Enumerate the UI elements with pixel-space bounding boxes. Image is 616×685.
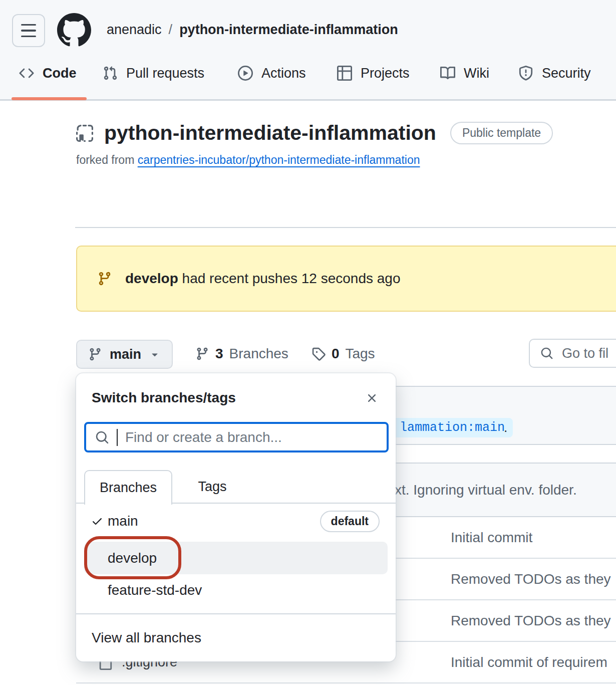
branch-name: develop [108,550,157,566]
tab-pull-requests[interactable]: Pull requests [103,62,204,84]
breadcrumb-repo[interactable]: python-intermediate-inflammation [179,22,398,38]
banner-branch-name: develop [125,271,178,286]
branch-search-placeholder: Find or create a branch... [125,429,282,445]
view-all-branches-link[interactable]: View all branches [92,626,201,649]
tab-label: Projects [361,66,410,81]
go-to-file-input[interactable]: Go to fil [529,339,616,368]
tab-label: Pull requests [126,66,204,81]
tab-projects[interactable]: Projects [337,62,410,84]
tab-label: Actions [261,66,306,81]
banner-text: develop had recent pushes 12 seconds ago [125,271,400,287]
commit-message[interactable]: Removed TODOs as they [451,600,611,641]
global-menu-button[interactable] [12,14,45,47]
tab-label: Security [542,66,591,81]
git-branch-icon [97,271,112,286]
triangle-down-icon [149,348,161,360]
tab-code[interactable]: Code [19,62,77,84]
default-badge: default [320,511,380,532]
go-to-file-placeholder: Go to fil [562,346,608,361]
table-icon [337,66,352,81]
search-icon [95,430,109,444]
repo-nav: Code Pull requests Actions Projects Wiki… [0,62,616,90]
branch-selector-button[interactable]: main [76,340,173,369]
page-title: python-intermediate-inflammation [104,122,436,144]
branch-item-feature-std-dev[interactable]: feature-std-dev [76,577,396,603]
forked-from-label: forked from [76,153,134,166]
tab-branches[interactable]: Branches [84,470,172,505]
recent-push-banner: develop had recent pushes 12 seconds ago [76,246,616,312]
dialog-divider [76,613,396,614]
text-caret [117,429,118,446]
fork-status-suffix: . [504,420,507,435]
search-icon [540,347,553,360]
app-header: anenadic / python-intermediate-inflammat… [0,0,616,101]
commit-message[interactable]: Initial commit [451,517,532,558]
branch-tag-counts: 3 Branches 0 Tags [195,346,375,362]
menu-icon [21,24,36,26]
branches-count-link[interactable]: 3 Branches [195,346,288,362]
commit-message[interactable]: Initial commit of requirem [451,642,607,682]
branch-search-input[interactable]: Find or create a branch... [84,422,389,452]
book-icon [440,66,455,81]
tags-count-link[interactable]: 0 Tags [312,346,375,362]
close-icon[interactable] [363,389,381,407]
tab-wiki[interactable]: Wiki [440,62,489,84]
git-branch-icon [195,347,209,361]
tags-count: 0 [332,346,340,362]
latest-commit-message[interactable]: xt. Ignoring virtual env. folder. [395,464,577,516]
github-logo[interactable] [57,13,91,47]
branch-switcher-dialog: Switch branches/tags Find or create a br… [76,373,396,661]
check-icon [91,515,103,527]
dialog-title: Switch branches/tags [92,390,236,406]
current-branch-label: main [110,347,141,362]
tag-icon [312,347,326,361]
tags-label: Tags [345,346,375,362]
github-repo-page: lammation:main . xt. Ignoring virtual en… [0,0,616,685]
visibility-badge: Public template [450,122,553,144]
branch-list: main default develop feature-std-dev [76,506,396,603]
code-icon [19,66,34,81]
repo-header: python-intermediate-inflammation Public … [76,122,553,144]
dialog-tabs: Branches Tags [76,470,396,504]
breadcrumb-separator: / [169,22,173,38]
branch-ref-chip[interactable]: lammation:main [392,418,513,437]
forked-from-line: forked from carpentries-incubator/python… [76,153,420,167]
play-circle-icon [238,66,253,81]
tab-tags[interactable]: Tags [187,470,237,504]
repo-template-icon [76,125,93,142]
git-branch-icon [88,347,102,361]
branches-label: Branches [229,346,288,362]
commit-message[interactable]: Removed TODOs as they [451,559,611,599]
branch-item-main[interactable]: main default [76,506,396,537]
forked-from-link[interactable]: carpentries-incubator/python-intermediat… [138,153,420,166]
branch-item-develop[interactable]: develop [84,542,388,574]
branch-name: feature-std-dev [108,582,202,598]
tab-actions[interactable]: Actions [238,62,306,84]
breadcrumb-owner[interactable]: anenadic [107,22,162,38]
tab-security[interactable]: Security [518,62,591,84]
active-tab-underline [12,97,87,100]
tab-label: Wiki [464,66,489,81]
branch-name: main [108,513,138,529]
section-divider [75,227,616,228]
branches-count: 3 [215,346,223,362]
breadcrumb: anenadic / python-intermediate-inflammat… [107,22,398,38]
pull-request-icon [103,66,118,81]
shield-icon [518,66,533,81]
tab-label: Code [43,66,77,81]
